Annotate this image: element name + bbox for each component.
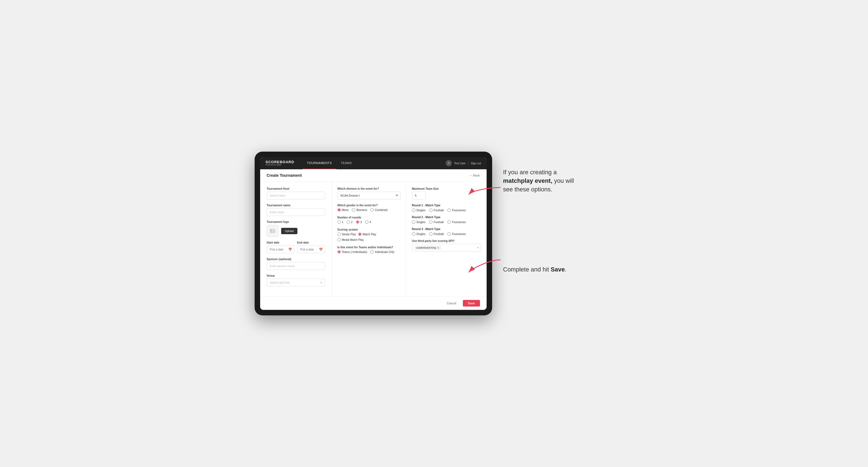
logo-text: SCOREBOARD xyxy=(266,160,294,164)
select-arrow-icon: ▾ xyxy=(477,246,478,249)
avatar: T xyxy=(446,160,452,166)
gender-mens[interactable]: Mens xyxy=(338,208,348,212)
gender-combined-radio[interactable] xyxy=(370,208,374,212)
round1-fourball-radio[interactable] xyxy=(429,209,432,212)
round2-fourball-radio[interactable] xyxy=(429,220,432,224)
form-footer: Cancel Save xyxy=(260,296,487,310)
bottom-text-bold: Save xyxy=(551,266,565,273)
gender-combined[interactable]: Combined xyxy=(370,208,388,212)
round3-foursomes[interactable]: Foursomes xyxy=(447,232,466,236)
venue-dropdown-icon: ▼ xyxy=(320,281,323,284)
round-4-radio[interactable] xyxy=(365,220,368,224)
nav-teams[interactable]: TEAMS xyxy=(336,157,356,169)
tournament-logo-group: Tournament logo Upload xyxy=(267,220,325,237)
end-date-group: End date 📅 xyxy=(297,241,325,253)
sign-out-link[interactable]: Sign out xyxy=(471,162,481,165)
round3-singles-radio[interactable] xyxy=(412,232,415,236)
round-1-label: 1 xyxy=(342,221,344,224)
teams-group: Is this event for Teams and/or Individua… xyxy=(338,246,401,253)
tablet-screen: SCOREBOARD Powered by clippit TOURNAMENT… xyxy=(260,157,487,310)
round-3-radio[interactable] xyxy=(356,220,359,224)
round2-singles-radio[interactable] xyxy=(412,220,415,224)
page-title: Create Tournament xyxy=(267,173,302,178)
back-button[interactable]: ← Back xyxy=(469,174,480,177)
scoring-stroke-play[interactable]: Stroke Play xyxy=(338,232,356,236)
round1-options: Singles Fourball Foursomes xyxy=(412,209,481,212)
gender-womens-radio[interactable] xyxy=(352,208,355,212)
nav-tournaments[interactable]: TOURNAMENTS xyxy=(302,157,336,169)
round2-fourball[interactable]: Fourball xyxy=(429,220,443,224)
round2-foursomes[interactable]: Foursomes xyxy=(447,220,466,224)
division-group: Which division is the event for? NCAA Di… xyxy=(338,187,401,199)
scoring-medal-match[interactable]: Medal Match Play xyxy=(338,238,364,241)
top-text-part1: If you are creating a xyxy=(503,169,557,176)
rounds-radio-group: 1 2 3 4 xyxy=(338,220,401,224)
tournament-name-label: Tournament name xyxy=(267,204,325,207)
save-button[interactable]: Save xyxy=(463,300,480,307)
round1-foursomes-radio[interactable] xyxy=(447,209,451,212)
teams-radio-group: Teams (+Individuals) Individuals Only xyxy=(338,250,401,253)
round2-singles-label: Singles xyxy=(416,221,426,224)
scoring-radio-group: Stroke Play Match Play Medal Match Play xyxy=(338,232,401,241)
annotation-area: If you are creating a matchplay event, y… xyxy=(503,152,592,274)
gender-mens-radio[interactable] xyxy=(338,208,341,212)
tournament-host-label: Tournament Host xyxy=(267,187,325,190)
tournament-host-input[interactable] xyxy=(267,192,325,199)
round1-section: Round 1 - Match Type Singles Fourball xyxy=(412,204,481,212)
gender-mens-label: Mens xyxy=(342,209,348,212)
gender-womens[interactable]: Womens xyxy=(352,208,367,212)
round1-foursomes[interactable]: Foursomes xyxy=(447,209,466,212)
round2-foursomes-radio[interactable] xyxy=(447,220,451,224)
nav-user: T Test User | Sign out xyxy=(446,160,481,166)
division-label: Which division is the event for? xyxy=(338,187,401,190)
upload-button[interactable]: Upload xyxy=(281,228,298,234)
round-1-radio[interactable] xyxy=(338,220,341,224)
match-play-label: Match Play xyxy=(363,233,376,236)
round-4[interactable]: 4 xyxy=(365,220,371,224)
division-select[interactable]: NCAA Division I xyxy=(338,192,401,199)
start-date-label: Start date xyxy=(267,241,295,244)
sponsor-group: Sponsor (optional) xyxy=(267,258,325,270)
bottom-annotation-text: Complete and hit Save. xyxy=(503,266,581,274)
round3-singles[interactable]: Singles xyxy=(412,232,426,236)
scoring-label: Scoring system xyxy=(338,228,401,231)
third-party-select[interactable]: Leaderboard King ✕ ▾ xyxy=(412,244,481,252)
stroke-play-radio[interactable] xyxy=(338,232,341,236)
max-team-input[interactable] xyxy=(412,192,426,199)
round1-singles-label: Singles xyxy=(416,209,426,212)
teams-radio[interactable] xyxy=(338,250,341,253)
logo-placeholder xyxy=(267,225,278,237)
gender-radio-group: Mens Womens Combined xyxy=(338,208,401,212)
round1-foursomes-label: Foursomes xyxy=(452,209,466,212)
cancel-button[interactable]: Cancel xyxy=(443,300,460,307)
medal-match-radio[interactable] xyxy=(338,238,341,241)
teams-label-text: Teams (+Individuals) xyxy=(342,250,367,253)
individuals-radio[interactable] xyxy=(370,250,374,253)
round-3-label: 3 xyxy=(361,221,362,224)
round3-fourball-radio[interactable] xyxy=(429,232,432,236)
round-1[interactable]: 1 xyxy=(338,220,344,224)
round-2-radio[interactable] xyxy=(347,220,350,224)
venue-input[interactable] xyxy=(267,279,325,286)
individuals-option[interactable]: Individuals Only xyxy=(370,250,394,253)
top-annotation-text: If you are creating a matchplay event, y… xyxy=(503,168,581,194)
round1-singles-radio[interactable] xyxy=(412,209,415,212)
form-middle: Which division is the event for? NCAA Di… xyxy=(332,182,406,296)
round1-singles[interactable]: Singles xyxy=(412,209,426,212)
teams-option[interactable]: Teams (+Individuals) xyxy=(338,250,367,253)
tag-close-icon[interactable]: ✕ xyxy=(437,246,439,249)
third-party-value: Leaderboard King xyxy=(416,246,436,249)
venue-group: Venue ▼ xyxy=(267,274,325,286)
tournament-name-input[interactable] xyxy=(267,208,325,216)
round3-fourball[interactable]: Fourball xyxy=(429,232,443,236)
red-arrow-2 xyxy=(467,257,503,276)
match-play-radio[interactable] xyxy=(358,232,362,236)
round1-fourball[interactable]: Fourball xyxy=(429,209,443,212)
sponsor-input[interactable] xyxy=(267,262,325,270)
logo-upload-area: Upload xyxy=(267,225,325,237)
round3-foursomes-radio[interactable] xyxy=(447,232,451,236)
scoring-match-play[interactable]: Match Play xyxy=(358,232,376,236)
round-2[interactable]: 2 xyxy=(347,220,353,224)
round-3[interactable]: 3 xyxy=(356,220,362,224)
round2-singles[interactable]: Singles xyxy=(412,220,426,224)
